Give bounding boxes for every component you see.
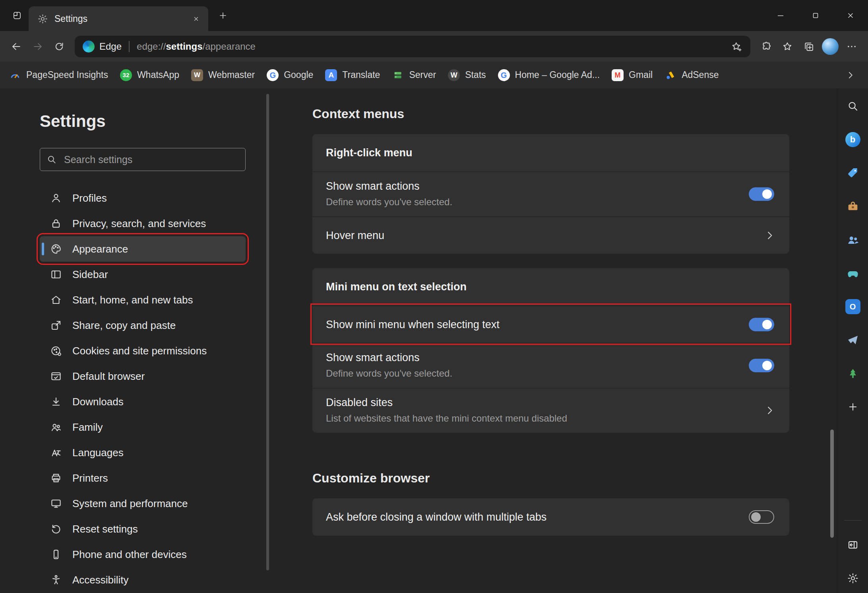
browser-check-icon	[50, 370, 62, 382]
setting-row-disabled-sites[interactable]: Disabled sites List of websites that hav…	[312, 388, 789, 433]
search-input[interactable]	[63, 154, 239, 166]
tab-close-button[interactable]	[189, 12, 203, 25]
address-bar-divider	[129, 41, 130, 52]
extensions-button[interactable]	[755, 36, 777, 57]
favorite-label: Server	[409, 70, 436, 80]
favorite-label: WhatsApp	[137, 70, 179, 80]
sidebar-search-button[interactable]	[844, 97, 862, 115]
sidebar-item-cookies-permissions[interactable]: Cookies and site permissions	[40, 338, 246, 364]
sidebar-settings-button[interactable]	[844, 569, 862, 587]
favorite-stats[interactable]: W Stats	[442, 66, 492, 84]
minimize-button[interactable]	[763, 0, 798, 31]
accessibility-icon	[50, 574, 62, 586]
favorite-label: Home – Google Ad...	[515, 70, 600, 80]
adsense-icon	[665, 69, 676, 81]
favorite-label: AdSense	[682, 70, 719, 80]
games-button[interactable]	[844, 264, 862, 282]
setting-title: Show mini menu when selecting text	[326, 319, 749, 331]
new-tab-button[interactable]	[214, 6, 232, 25]
sidebar-item-phone-devices[interactable]: Phone and other devices	[40, 542, 246, 567]
sidebar-item-accessibility[interactable]: Accessibility	[40, 567, 246, 593]
wordpress-stats-icon: W	[448, 69, 460, 81]
address-bar[interactable]: Edge edge://settings/appearance	[75, 36, 750, 57]
people-button[interactable]	[844, 231, 862, 249]
favorite-label: Stats	[465, 70, 486, 80]
chevron-right-icon	[764, 229, 776, 241]
smart-actions-toggle[interactable]	[749, 187, 774, 201]
page-scrollbar[interactable]	[830, 430, 834, 538]
add-favorite-icon[interactable]	[730, 41, 742, 52]
sidebar-divider	[844, 520, 862, 521]
sidebar-item-label: Cookies and site permissions	[72, 345, 207, 357]
show-mini-menu-toggle[interactable]	[749, 318, 774, 331]
sidebar-item-start-home-tabs[interactable]: Start, home, and new tabs	[40, 287, 246, 313]
sidebar-item-default-browser[interactable]: Default browser	[40, 364, 246, 389]
favorite-server[interactable]: Server	[386, 66, 442, 84]
favorites-button[interactable]	[777, 36, 798, 57]
refresh-button[interactable]	[48, 36, 70, 57]
sidebar-item-sidebar[interactable]: Sidebar	[40, 262, 246, 287]
tab-title: Settings	[54, 14, 183, 24]
sidebar-item-share-copy-paste[interactable]: Share, copy and paste	[40, 313, 246, 338]
sidebar-item-label: Languages	[72, 447, 124, 459]
sidebar-scrollbar[interactable]	[266, 94, 269, 570]
customize-sidebar-button[interactable]	[844, 398, 862, 416]
collections-button[interactable]	[798, 36, 820, 57]
discover-button[interactable]: b	[844, 130, 862, 149]
setting-row-hover-menu[interactable]: Hover menu	[312, 216, 789, 254]
sidebar-item-languages[interactable]: Languages	[40, 440, 246, 465]
favorite-home-google-ads[interactable]: G Home – Google Ad...	[492, 66, 606, 84]
outlook-button[interactable]: O	[844, 297, 862, 316]
ask-before-closing-toggle[interactable]	[749, 510, 774, 524]
sidebar-item-printers[interactable]: Printers	[40, 465, 246, 491]
favorite-adsense[interactable]: AdSense	[659, 66, 725, 84]
favorite-pagespeed[interactable]: PageSpeed Insights	[3, 66, 114, 84]
sidebar-item-privacy[interactable]: Privacy, search, and services	[40, 211, 246, 236]
shopping-button[interactable]	[844, 164, 862, 182]
profile-avatar	[822, 38, 839, 55]
close-button[interactable]	[833, 0, 868, 31]
tab-actions-menu-button[interactable]	[8, 6, 26, 25]
settings-search-box[interactable]	[40, 148, 246, 171]
back-button[interactable]	[6, 36, 27, 57]
window-controls	[763, 0, 868, 31]
sidebar-item-downloads[interactable]: Downloads	[40, 389, 246, 414]
maximize-button[interactable]	[798, 0, 833, 31]
sidebar-item-reset-settings[interactable]: Reset settings	[40, 516, 246, 542]
forward-button[interactable]	[27, 36, 48, 57]
favorite-whatsapp[interactable]: 32 WhatsApp	[114, 66, 185, 84]
whatsapp-icon: 32	[120, 69, 132, 81]
favorite-webmaster[interactable]: W Webmaster	[185, 66, 261, 84]
sidebar-item-label: Start, home, and new tabs	[72, 294, 193, 306]
setting-subtitle: Define words you've selected.	[326, 196, 749, 208]
smart-actions-mini-toggle[interactable]	[749, 359, 774, 372]
browser-tab-settings[interactable]: Settings	[29, 6, 208, 31]
sidebar-item-appearance[interactable]: Appearance	[40, 236, 246, 262]
tools-button[interactable]	[844, 197, 862, 216]
sidebar-item-family[interactable]: Family	[40, 414, 246, 440]
sidebar-item-system-performance[interactable]: System and performance	[40, 491, 246, 516]
webmaster-icon: W	[191, 69, 203, 81]
sidebar-item-profiles[interactable]: Profiles	[40, 185, 246, 211]
sidebar-item-label: Share, copy and paste	[72, 319, 176, 332]
url-text[interactable]: edge://settings/appearance	[137, 41, 726, 52]
open-sidebar-panel-button[interactable]	[844, 536, 862, 554]
tree-planting-button[interactable]	[844, 364, 862, 383]
favorite-label: PageSpeed Insights	[26, 70, 108, 80]
drop-button[interactable]	[844, 331, 862, 349]
favorite-google[interactable]: G Google	[261, 66, 319, 84]
url-scheme: edge://	[137, 41, 166, 52]
bing-discover-icon: b	[845, 132, 860, 147]
settings-and-more-button[interactable]	[841, 36, 862, 57]
translate-icon: A	[325, 69, 337, 81]
sidebar-item-label: Phone and other devices	[72, 548, 187, 561]
profile-button[interactable]	[820, 36, 841, 57]
setting-title: Show smart actions	[326, 180, 749, 192]
favorite-gmail[interactable]: M Gmail	[606, 66, 659, 84]
site-info-chip[interactable]: Edge	[83, 41, 122, 52]
favorite-translate[interactable]: A Translate	[319, 66, 386, 84]
favorite-label: Webmaster	[208, 70, 255, 80]
sidebar-item-label: Printers	[72, 472, 108, 484]
favorites-overflow-button[interactable]	[842, 66, 859, 84]
palette-icon	[50, 243, 62, 255]
